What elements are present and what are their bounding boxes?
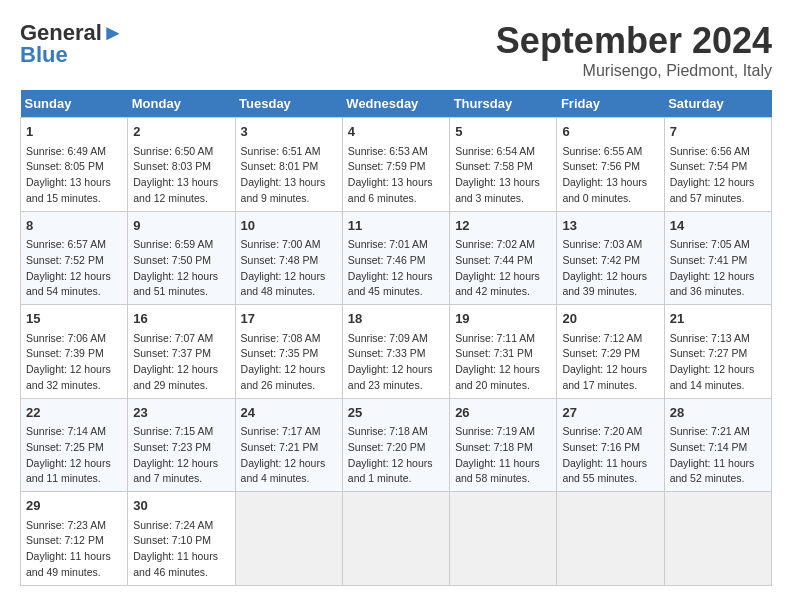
cell-info-line: Sunrise: 7:08 AM bbox=[241, 331, 337, 347]
cell-info-line: and 1 minute. bbox=[348, 471, 444, 487]
cell-info-line: and 32 minutes. bbox=[26, 378, 122, 394]
day-number: 19 bbox=[455, 309, 551, 329]
day-number: 14 bbox=[670, 216, 766, 236]
cell-info-line: and 26 minutes. bbox=[241, 378, 337, 394]
cell-info-line: Sunset: 7:10 PM bbox=[133, 533, 229, 549]
cell-info-line: and 4 minutes. bbox=[241, 471, 337, 487]
calendar-cell: 2Sunrise: 6:50 AMSunset: 8:03 PMDaylight… bbox=[128, 118, 235, 212]
weekday-header-wednesday: Wednesday bbox=[342, 90, 449, 118]
cell-info-line: Daylight: 12 hours bbox=[455, 362, 551, 378]
cell-info-line: Daylight: 12 hours bbox=[133, 269, 229, 285]
cell-info-line: Sunrise: 7:20 AM bbox=[562, 424, 658, 440]
cell-info-line: and 52 minutes. bbox=[670, 471, 766, 487]
cell-info-line: Daylight: 12 hours bbox=[241, 269, 337, 285]
cell-info-line: Sunset: 7:52 PM bbox=[26, 253, 122, 269]
calendar-cell: 26Sunrise: 7:19 AMSunset: 7:18 PMDayligh… bbox=[450, 398, 557, 492]
cell-info-line: and 58 minutes. bbox=[455, 471, 551, 487]
cell-info-line: Sunset: 7:44 PM bbox=[455, 253, 551, 269]
calendar-cell: 11Sunrise: 7:01 AMSunset: 7:46 PMDayligh… bbox=[342, 211, 449, 305]
cell-info-line: Sunset: 7:31 PM bbox=[455, 346, 551, 362]
calendar-cell: 22Sunrise: 7:14 AMSunset: 7:25 PMDayligh… bbox=[21, 398, 128, 492]
cell-info-line: and 3 minutes. bbox=[455, 191, 551, 207]
calendar-cell: 3Sunrise: 6:51 AMSunset: 8:01 PMDaylight… bbox=[235, 118, 342, 212]
weekday-header-friday: Friday bbox=[557, 90, 664, 118]
day-number: 4 bbox=[348, 122, 444, 142]
day-number: 16 bbox=[133, 309, 229, 329]
cell-info-line: Sunset: 7:12 PM bbox=[26, 533, 122, 549]
cell-info-line: Sunset: 7:21 PM bbox=[241, 440, 337, 456]
logo: General► Blue bbox=[20, 20, 124, 68]
day-number: 2 bbox=[133, 122, 229, 142]
calendar-cell bbox=[664, 492, 771, 586]
day-number: 24 bbox=[241, 403, 337, 423]
cell-info-line: Daylight: 12 hours bbox=[562, 362, 658, 378]
calendar-cell: 4Sunrise: 6:53 AMSunset: 7:59 PMDaylight… bbox=[342, 118, 449, 212]
title-area: September 2024 Murisengo, Piedmont, Ital… bbox=[496, 20, 772, 80]
calendar-cell: 19Sunrise: 7:11 AMSunset: 7:31 PMDayligh… bbox=[450, 305, 557, 399]
cell-info-line: Daylight: 13 hours bbox=[241, 175, 337, 191]
weekday-header-thursday: Thursday bbox=[450, 90, 557, 118]
calendar-cell: 7Sunrise: 6:56 AMSunset: 7:54 PMDaylight… bbox=[664, 118, 771, 212]
cell-info-line: and 6 minutes. bbox=[348, 191, 444, 207]
cell-info-line: and 29 minutes. bbox=[133, 378, 229, 394]
cell-info-line: Sunset: 7:39 PM bbox=[26, 346, 122, 362]
day-number: 21 bbox=[670, 309, 766, 329]
cell-info-line: Sunrise: 6:55 AM bbox=[562, 144, 658, 160]
cell-info-line: Sunset: 7:58 PM bbox=[455, 159, 551, 175]
weekday-header-monday: Monday bbox=[128, 90, 235, 118]
cell-info-line: Sunset: 7:29 PM bbox=[562, 346, 658, 362]
calendar-cell bbox=[450, 492, 557, 586]
day-number: 12 bbox=[455, 216, 551, 236]
cell-info-line: Daylight: 11 hours bbox=[670, 456, 766, 472]
cell-info-line: Sunrise: 6:54 AM bbox=[455, 144, 551, 160]
cell-info-line: Daylight: 13 hours bbox=[26, 175, 122, 191]
cell-info-line: Sunset: 7:25 PM bbox=[26, 440, 122, 456]
cell-info-line: and 57 minutes. bbox=[670, 191, 766, 207]
cell-info-line: Daylight: 11 hours bbox=[562, 456, 658, 472]
cell-info-line: Sunset: 7:41 PM bbox=[670, 253, 766, 269]
cell-info-line: and 48 minutes. bbox=[241, 284, 337, 300]
cell-info-line: Sunrise: 6:51 AM bbox=[241, 144, 337, 160]
cell-info-line: Sunrise: 7:02 AM bbox=[455, 237, 551, 253]
cell-info-line: and 0 minutes. bbox=[562, 191, 658, 207]
cell-info-line: Sunset: 7:42 PM bbox=[562, 253, 658, 269]
day-number: 18 bbox=[348, 309, 444, 329]
day-number: 30 bbox=[133, 496, 229, 516]
day-number: 22 bbox=[26, 403, 122, 423]
cell-info-line: Sunrise: 7:06 AM bbox=[26, 331, 122, 347]
calendar-cell: 5Sunrise: 6:54 AMSunset: 7:58 PMDaylight… bbox=[450, 118, 557, 212]
cell-info-line: Daylight: 12 hours bbox=[348, 269, 444, 285]
cell-info-line: and 17 minutes. bbox=[562, 378, 658, 394]
day-number: 13 bbox=[562, 216, 658, 236]
calendar-cell bbox=[235, 492, 342, 586]
calendar-cell bbox=[342, 492, 449, 586]
cell-info-line: Sunset: 7:50 PM bbox=[133, 253, 229, 269]
day-number: 3 bbox=[241, 122, 337, 142]
cell-info-line: Daylight: 13 hours bbox=[455, 175, 551, 191]
day-number: 15 bbox=[26, 309, 122, 329]
cell-info-line: Daylight: 12 hours bbox=[455, 269, 551, 285]
cell-info-line: Sunrise: 7:12 AM bbox=[562, 331, 658, 347]
cell-info-line: Sunrise: 7:01 AM bbox=[348, 237, 444, 253]
cell-info-line: and 9 minutes. bbox=[241, 191, 337, 207]
calendar-cell: 27Sunrise: 7:20 AMSunset: 7:16 PMDayligh… bbox=[557, 398, 664, 492]
calendar-cell: 28Sunrise: 7:21 AMSunset: 7:14 PMDayligh… bbox=[664, 398, 771, 492]
cell-info-line: Daylight: 12 hours bbox=[26, 456, 122, 472]
cell-info-line: Daylight: 12 hours bbox=[26, 362, 122, 378]
cell-info-line: Daylight: 12 hours bbox=[348, 362, 444, 378]
day-number: 1 bbox=[26, 122, 122, 142]
cell-info-line: Sunset: 7:48 PM bbox=[241, 253, 337, 269]
cell-info-line: and 39 minutes. bbox=[562, 284, 658, 300]
cell-info-line: and 49 minutes. bbox=[26, 565, 122, 581]
calendar-cell: 15Sunrise: 7:06 AMSunset: 7:39 PMDayligh… bbox=[21, 305, 128, 399]
cell-info-line: and 7 minutes. bbox=[133, 471, 229, 487]
calendar-cell: 9Sunrise: 6:59 AMSunset: 7:50 PMDaylight… bbox=[128, 211, 235, 305]
day-number: 20 bbox=[562, 309, 658, 329]
calendar-cell: 20Sunrise: 7:12 AMSunset: 7:29 PMDayligh… bbox=[557, 305, 664, 399]
day-number: 23 bbox=[133, 403, 229, 423]
calendar-cell: 29Sunrise: 7:23 AMSunset: 7:12 PMDayligh… bbox=[21, 492, 128, 586]
cell-info-line: Sunrise: 7:19 AM bbox=[455, 424, 551, 440]
day-number: 5 bbox=[455, 122, 551, 142]
cell-info-line: Daylight: 12 hours bbox=[133, 456, 229, 472]
cell-info-line: and 11 minutes. bbox=[26, 471, 122, 487]
